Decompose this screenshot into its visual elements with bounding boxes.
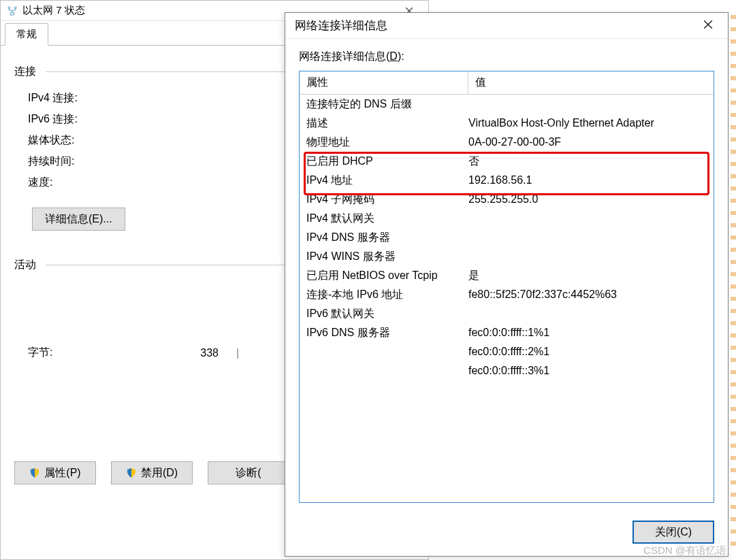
tab-general[interactable]: 常规: [5, 23, 48, 46]
details-title: 网络连接详细信息: [295, 18, 387, 33]
scrollbar-strip: [731, 15, 736, 546]
cell-property: IPv4 WINS 服务器: [300, 247, 468, 266]
list-row[interactable]: IPv4 子网掩码255.255.255.0: [300, 190, 714, 209]
list-row[interactable]: IPv6 DNS 服务器fec0:0:0:ffff::1%1: [300, 323, 714, 342]
list-row[interactable]: IPv4 DNS 服务器: [300, 228, 714, 247]
shield-icon: [29, 467, 40, 478]
list-row[interactable]: 物理地址0A-00-27-00-00-3F: [300, 133, 714, 152]
close-icon[interactable]: [698, 17, 718, 35]
properties-button[interactable]: 属性(P): [14, 461, 96, 484]
cell-value: [468, 247, 714, 266]
cell-property: 已启用 DHCP: [300, 152, 468, 171]
close-button[interactable]: 关闭(C): [633, 521, 714, 544]
shield-icon: [126, 467, 137, 478]
list-row[interactable]: IPv4 WINS 服务器: [300, 247, 714, 266]
cell-property: [300, 361, 468, 380]
ethernet-icon: [6, 5, 18, 17]
cell-property: IPv4 子网掩码: [300, 190, 468, 209]
diagnose-button[interactable]: 诊断(: [208, 461, 289, 484]
button-row: 属性(P) 禁用(D) 诊断(: [14, 461, 289, 484]
list-row[interactable]: IPv4 默认网关: [300, 209, 714, 228]
section-connect-label: 连接: [14, 65, 36, 79]
list-row[interactable]: fec0:0:0:ffff::3%1: [300, 361, 714, 380]
disable-button[interactable]: 禁用(D): [111, 461, 193, 484]
svg-rect-2: [11, 12, 14, 15]
list-header: 属性 值: [300, 71, 714, 95]
cell-property: IPv6 DNS 服务器: [300, 323, 468, 342]
cell-value: 否: [468, 152, 714, 171]
cell-property: [300, 342, 468, 361]
bytes-sent: 338: [164, 347, 219, 359]
cell-property: IPv4 DNS 服务器: [300, 228, 468, 247]
svg-point-0: [8, 7, 10, 9]
list-row[interactable]: 已启用 NetBIOS over Tcpip是: [300, 266, 714, 285]
cell-property: 已启用 NetBIOS over Tcpip: [300, 266, 468, 285]
details-listview[interactable]: 属性 值 连接特定的 DNS 后缀描述VirtualBox Host-Only …: [299, 71, 714, 503]
cell-property: 描述: [300, 114, 468, 133]
cell-property: 连接-本地 IPv6 地址: [300, 285, 468, 304]
list-row[interactable]: 连接-本地 IPv6 地址fe80::5f25:70f2:337c:4452%6…: [300, 285, 714, 304]
cell-property: IPv4 地址: [300, 171, 468, 190]
svg-point-1: [14, 7, 16, 9]
cell-value: [468, 95, 714, 114]
list-row[interactable]: fec0:0:0:ffff::2%1: [300, 342, 714, 361]
cell-value: 0A-00-27-00-00-3F: [468, 133, 714, 152]
list-row[interactable]: 描述VirtualBox Host-Only Ethernet Adapter: [300, 114, 714, 133]
cell-value: [468, 228, 714, 247]
details-body: 网络连接详细信息(D): 属性 值 连接特定的 DNS 后缀描述VirtualB…: [285, 39, 728, 511]
list-row[interactable]: IPv6 默认网关: [300, 304, 714, 323]
bytes-label: 字节:: [28, 346, 164, 360]
list-row[interactable]: IPv4 地址192.168.56.1: [300, 171, 714, 190]
cell-value: fec0:0:0:ffff::2%1: [468, 342, 714, 361]
watermark: CSDN @有语忆语: [643, 544, 726, 557]
cell-property: IPv4 默认网关: [300, 209, 468, 228]
cell-value: fe80::5f25:70f2:337c:4452%63: [468, 285, 714, 304]
details-titlebar: 网络连接详细信息: [285, 13, 728, 39]
col-property[interactable]: 属性: [300, 71, 468, 94]
cell-property: 连接特定的 DNS 后缀: [300, 95, 468, 114]
cell-value: fec0:0:0:ffff::3%1: [468, 361, 714, 380]
network-details-dialog: 网络连接详细信息 网络连接详细信息(D): 属性 值 连接特定的 DNS 后缀描…: [285, 12, 729, 557]
cell-value: VirtualBox Host-Only Ethernet Adapter: [468, 114, 714, 133]
cell-value: 192.168.56.1: [468, 171, 714, 190]
cell-value: fec0:0:0:ffff::1%1: [468, 323, 714, 342]
list-row[interactable]: 已启用 DHCP否: [300, 152, 714, 171]
status-title: 以太网 7 状态: [22, 4, 85, 17]
cell-property: IPv6 默认网关: [300, 304, 468, 323]
cell-value: 255.255.255.0: [468, 190, 714, 209]
cell-value: [468, 304, 714, 323]
col-value[interactable]: 值: [468, 71, 714, 94]
cell-value: [468, 209, 714, 228]
vertical-separator: |: [236, 347, 239, 359]
cell-value: 是: [468, 266, 714, 285]
details-list-label: 网络连接详细信息(D):: [299, 50, 714, 64]
section-activity-label: 活动: [14, 258, 36, 272]
details-button[interactable]: 详细信息(E)...: [32, 208, 125, 231]
list-row[interactable]: 连接特定的 DNS 后缀: [300, 95, 714, 114]
cell-property: 物理地址: [300, 133, 468, 152]
